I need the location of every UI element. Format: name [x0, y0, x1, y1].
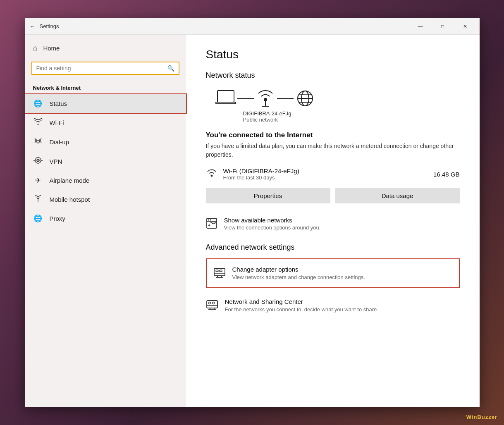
sidebar-label-proxy: Proxy	[50, 215, 65, 222]
svg-rect-30	[216, 270, 218, 272]
wifi-info-text: Wi-Fi (DIGIFIBRA-24-eFJg) From the last …	[223, 167, 428, 181]
show-networks-icon	[206, 217, 217, 232]
diagram-labels: DIGIFIBRA-24-eFJg Public network	[206, 110, 291, 123]
sidebar-item-vpn[interactable]: VPN	[25, 152, 186, 171]
connected-title: You're connected to the Internet	[206, 131, 460, 139]
home-icon: ⌂	[33, 44, 38, 53]
proxy-icon: 🌐	[33, 214, 43, 223]
properties-button[interactable]: Properties	[206, 188, 330, 203]
sharing-icon	[206, 299, 218, 313]
dialup-icon	[33, 137, 43, 147]
globe-icon	[294, 88, 317, 109]
data-usage-button[interactable]: Data usage	[335, 188, 460, 203]
sharing-title: Network and Sharing Center	[225, 298, 378, 305]
close-button[interactable]: ✕	[456, 20, 475, 33]
back-button[interactable]: ←	[30, 23, 36, 30]
wifi-info-row: Wi-Fi (DIGIFIBRA-24-eFJg) From the last …	[206, 167, 460, 181]
sidebar-label-hotspot: Mobile hotspot	[50, 196, 90, 203]
sidebar-label-status: Status	[50, 100, 67, 107]
svg-point-19	[210, 175, 213, 177]
sidebar-item-airplane[interactable]: ✈ Airplane mode	[25, 171, 186, 190]
svg-point-37	[208, 302, 210, 304]
vpn-icon	[33, 157, 43, 166]
search-input[interactable]	[36, 65, 167, 72]
svg-point-38	[212, 302, 214, 304]
sharing-center-row[interactable]: Network and Sharing Center For the netwo…	[206, 295, 460, 316]
action-buttons: Properties Data usage	[206, 188, 460, 203]
wifi-status-icon	[206, 168, 217, 180]
sharing-text: Network and Sharing Center For the netwo…	[225, 298, 378, 313]
svg-point-22	[208, 220, 209, 221]
main-content: Status Network status	[186, 35, 480, 407]
wifi-sub-label: From the last 30 days	[223, 174, 428, 181]
sidebar-section-label: Network & Internet	[25, 79, 186, 94]
settings-window: ← Settings — □ ✕ ⌂ Home 🔍	[25, 18, 480, 407]
sidebar-item-status[interactable]: 🌐 Status	[25, 94, 186, 113]
hotspot-icon	[33, 195, 43, 204]
network-type-label: Public network	[243, 117, 291, 123]
change-adapter-row[interactable]: Change adapter options View network adap…	[206, 258, 460, 288]
window-controls: — □ ✕	[411, 20, 475, 33]
sidebar-item-home[interactable]: ⌂ Home	[25, 39, 186, 57]
adapter-text: Change adapter options View network adap…	[232, 266, 365, 280]
desktop-background: ← Settings — □ ✕ ⌂ Home 🔍	[0, 0, 504, 425]
sidebar-label-vpn: VPN	[50, 158, 62, 165]
sidebar-item-proxy[interactable]: 🌐 Proxy	[25, 209, 186, 228]
router-icon	[254, 88, 277, 109]
window-title: Settings	[40, 23, 411, 29]
laptop-icon	[214, 88, 237, 109]
adapter-desc: View network adapters and change connect…	[232, 274, 365, 280]
sidebar-item-wifi[interactable]: Wi-Fi	[25, 113, 186, 132]
sidebar-home-label: Home	[43, 45, 60, 52]
diagram-icons	[206, 88, 317, 109]
page-title: Status	[206, 48, 460, 61]
airplane-icon: ✈	[33, 176, 43, 185]
sidebar: ⌂ Home 🔍 Network & Internet 🌐 Status	[25, 35, 186, 407]
svg-rect-31	[220, 270, 222, 272]
network-diagram: DIGIFIBRA-24-eFJg Public network	[206, 88, 460, 123]
wifi-nav-icon	[33, 118, 43, 127]
show-networks-text: Show available networks View the connect…	[224, 217, 321, 231]
line1	[237, 98, 254, 99]
network-name-label: DIGIFIBRA-24-eFJg	[243, 110, 291, 117]
status-icon: 🌐	[33, 99, 43, 108]
line2	[277, 98, 294, 99]
adapter-title: Change adapter options	[232, 266, 365, 273]
title-bar: ← Settings — □ ✕	[25, 18, 480, 35]
adapter-icon	[213, 267, 226, 281]
wifi-connection-name: Wi-Fi (DIGIFIBRA-24-eFJg)	[223, 167, 428, 174]
advanced-settings-title: Advanced network settings	[206, 243, 460, 252]
show-networks-row[interactable]: Show available networks View the connect…	[206, 217, 460, 232]
connected-desc: If you have a limited data plan, you can…	[206, 142, 460, 159]
show-networks-title: Show available networks	[224, 217, 321, 224]
svg-rect-25	[214, 268, 225, 276]
sidebar-item-dialup[interactable]: Dial-up	[25, 132, 186, 152]
network-status-title: Network status	[206, 71, 460, 80]
window-body: ⌂ Home 🔍 Network & Internet 🌐 Status	[25, 35, 480, 407]
search-icon: 🔍	[167, 65, 174, 72]
svg-rect-10	[216, 102, 236, 104]
sidebar-label-airplane: Airplane mode	[50, 177, 90, 184]
svg-point-11	[264, 98, 267, 101]
svg-point-24	[208, 224, 210, 226]
wifi-data-usage: 16.48 GB	[433, 171, 459, 178]
svg-rect-9	[217, 91, 234, 102]
sidebar-label-wifi: Wi-Fi	[50, 119, 64, 126]
search-box[interactable]: 🔍	[31, 62, 179, 75]
minimize-button[interactable]: —	[411, 20, 430, 33]
svg-point-23	[210, 220, 211, 221]
svg-rect-32	[207, 301, 217, 308]
maximize-button[interactable]: □	[433, 20, 452, 33]
sidebar-label-dialup: Dial-up	[50, 138, 69, 146]
winbuzzer-logo: WinBuzzer	[466, 414, 497, 420]
svg-point-6	[37, 198, 39, 199]
sharing-desc: For the networks you connect to, decide …	[225, 306, 378, 313]
show-networks-desc: View the connection options around you.	[224, 224, 321, 231]
sidebar-item-hotspot[interactable]: Mobile hotspot	[25, 190, 186, 209]
